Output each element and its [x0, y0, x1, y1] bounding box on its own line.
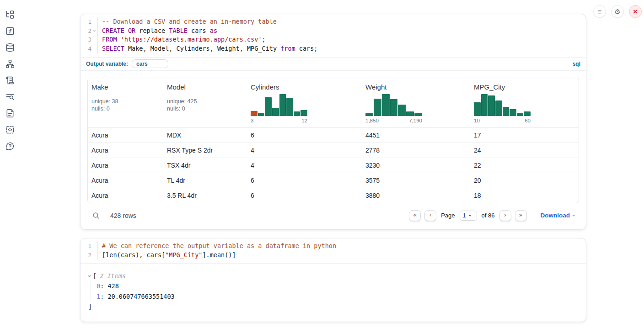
line-number: 4	[80, 44, 91, 53]
chevron-down-icon	[469, 214, 472, 217]
histogram-bars	[474, 94, 531, 116]
histogram-bar	[272, 108, 279, 116]
close-bracket: ]	[88, 301, 577, 312]
table-cell: 2778	[362, 147, 470, 154]
prev-page-button[interactable]: ‹	[424, 210, 436, 221]
column-name: Cylinders	[251, 83, 358, 91]
code-line: 2[len(cars), cars["MPG_City"].mean()]	[80, 251, 586, 260]
table-cell: 6	[247, 132, 362, 139]
sql-code-editor[interactable]: 1-- Download a CSV and create an in-memo…	[80, 14, 586, 58]
code-text[interactable]: -- Download a CSV and create an in-memor…	[97, 17, 586, 26]
scroll-icon[interactable]	[5, 76, 15, 85]
table-cell: 4	[247, 147, 362, 154]
fold-spacer	[91, 242, 97, 251]
menu-icon: ≡	[598, 8, 602, 15]
output-variable-input[interactable]	[132, 59, 168, 68]
column-header-cylinders[interactable]: Cylinders312	[247, 83, 362, 123]
table-cell: TL 4dr	[163, 177, 247, 184]
line-number: 1	[80, 17, 91, 26]
column-header-make[interactable]: Makeunique: 38nulls: 0	[88, 83, 163, 123]
column-header-mpg_city[interactable]: MPG_City1060	[470, 83, 579, 123]
table-header: Makeunique: 38nulls: 0Modelunique: 425nu…	[88, 78, 579, 127]
table-cell: Acura	[88, 177, 163, 184]
histogram-axis-labels: 312	[251, 118, 307, 123]
histogram-max-label: 7,190	[409, 118, 422, 123]
table-row: Acura3.5 RL 4dr6388018	[88, 188, 579, 203]
table-cell: Acura	[88, 132, 163, 139]
code-line: 1# We can reference the output variable …	[80, 242, 586, 251]
page-label: Page	[441, 212, 455, 219]
table-cell: 22	[470, 162, 579, 169]
histogram-bar	[481, 94, 488, 116]
line-number: 2	[80, 26, 91, 36]
code-line: 4SELECT Make, Model, Cylinders, Weight, …	[80, 44, 586, 53]
collapse-chevron-icon[interactable]	[88, 274, 91, 277]
histogram-bar	[365, 113, 373, 116]
last-page-button[interactable]: »	[515, 210, 527, 221]
row-count: 428 rows	[110, 212, 136, 219]
table-cell: TSX 4dr	[163, 162, 247, 169]
table-body: AcuraMDX6445117AcuraRSX Type S 2dr427782…	[88, 127, 579, 203]
topbar-actions: ≡ ⚙ ×	[593, 5, 642, 18]
chevron-right-icon: ›	[504, 211, 506, 218]
shutdown-button[interactable]: ×	[629, 5, 642, 18]
histogram-bar	[265, 97, 272, 116]
database-icon[interactable]	[5, 43, 15, 52]
code-text[interactable]: CREATE OR replace TABLE cars as	[97, 26, 586, 36]
sql-cell-output: Makeunique: 38nulls: 0Modelunique: 425nu…	[80, 71, 586, 229]
search-list-icon[interactable]	[5, 92, 15, 101]
file-tree-icon[interactable]	[5, 10, 15, 19]
search-icon[interactable]	[92, 211, 100, 220]
histogram-bar	[286, 98, 293, 116]
fold-spacer	[91, 251, 97, 260]
tree-entry: 1: 20.060747663551403	[97, 291, 577, 302]
table-cell: 4	[247, 162, 362, 169]
download-button[interactable]: Download	[541, 212, 575, 219]
histogram-bar	[258, 113, 265, 116]
column-header-weight[interactable]: Weight1,8507,190	[362, 83, 470, 123]
sitemap-icon[interactable]	[5, 59, 15, 69]
snippets-icon[interactable]	[5, 125, 15, 134]
python-code-editor[interactable]: 1# We can reference the output variable …	[80, 238, 586, 264]
fold-chevron-icon[interactable]	[91, 26, 97, 36]
column-histogram: 1060	[474, 94, 531, 123]
code-text[interactable]: # We can reference the output variable a…	[97, 242, 586, 251]
document-icon[interactable]	[5, 109, 15, 118]
close-icon: ×	[633, 8, 638, 16]
table-cell: Acura	[88, 192, 163, 199]
histogram-min-label: 10	[474, 118, 480, 123]
table-cell: 18	[470, 192, 579, 199]
table-cell: 17	[470, 132, 579, 139]
table-cell: 3575	[362, 177, 470, 184]
tree-value: 428	[107, 282, 118, 290]
next-page-button[interactable]: ›	[499, 210, 511, 221]
python-cell: 1# We can reference the output variable …	[80, 238, 586, 322]
notebook: 1-- Download a CSV and create an in-memo…	[80, 14, 586, 330]
code-text[interactable]: SELECT Make, Model, Cylinders, Weight, M…	[97, 44, 586, 53]
histogram-axis-labels: 1,8507,190	[365, 118, 422, 123]
column-header-model[interactable]: Modelunique: 425nulls: 0	[163, 83, 247, 123]
code-line: 3FROM 'https://datasets.marimo.app/cars.…	[80, 35, 586, 44]
histogram-bar	[301, 110, 307, 116]
column-name: Weight	[365, 83, 467, 91]
table-row: AcuraTSX 4dr4323022	[88, 158, 579, 173]
page-select[interactable]: 1	[460, 211, 477, 221]
menu-button[interactable]: ≡	[593, 5, 606, 18]
histogram-max-label: 60	[525, 118, 531, 123]
histogram-bar	[251, 111, 258, 116]
histogram-bars	[251, 94, 307, 116]
table-cell: 24	[470, 147, 579, 154]
code-text[interactable]: [len(cars), cars["MPG_City"].mean()]	[97, 251, 586, 260]
first-page-button[interactable]: «	[409, 210, 421, 221]
tree-entry: 0: 428	[97, 281, 577, 291]
column-name: Make	[91, 83, 160, 91]
histogram-bar	[398, 105, 406, 116]
tree-colon: :	[100, 282, 107, 290]
function-icon[interactable]	[5, 26, 15, 36]
help-icon[interactable]	[5, 142, 15, 151]
double-chevron-left-icon: «	[413, 211, 417, 218]
code-text[interactable]: FROM 'https://datasets.marimo.app/cars.c…	[97, 35, 586, 44]
page-select-value: 1	[463, 212, 466, 219]
settings-button[interactable]: ⚙	[611, 5, 624, 18]
tree-value: 20.060747663551403	[107, 293, 174, 300]
